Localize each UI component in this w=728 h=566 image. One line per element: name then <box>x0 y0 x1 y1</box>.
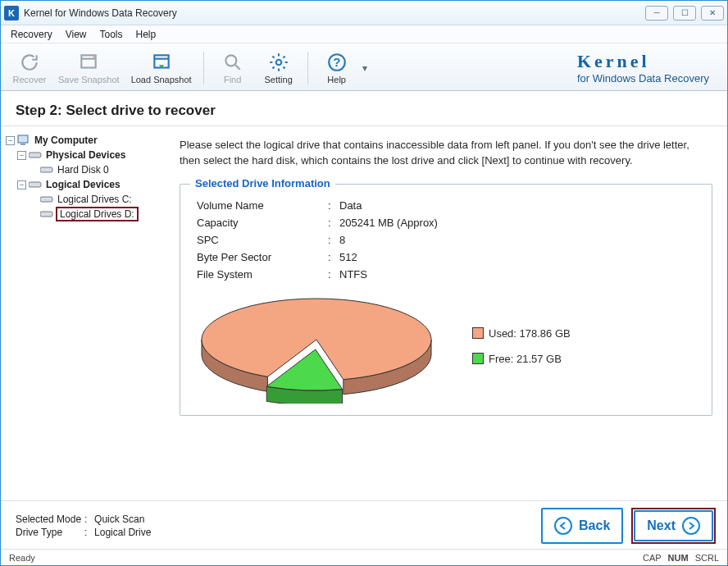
legend-free-label: Free: 21.57 GB <box>489 353 562 365</box>
selected-drive-label: Logical Drives D: <box>56 207 139 221</box>
status-cap: CAP <box>643 553 662 563</box>
toolbar-separator <box>203 52 204 84</box>
label-spc: SPC <box>197 234 328 246</box>
arrow-right-icon <box>682 517 700 535</box>
groupbox-legend: Selected Drive Information <box>190 177 335 189</box>
footer: Selected Mode:Quick Scan Drive Type:Logi… <box>1 500 727 549</box>
label-volume-name: Volume Name <box>197 199 328 212</box>
window-controls: ─ ☐ ✕ <box>645 6 724 21</box>
label-selected-mode: Selected Mode <box>16 514 81 525</box>
value-capacity: 205241 MB (Approx) <box>339 217 698 229</box>
close-button[interactable]: ✕ <box>701 6 724 21</box>
help-button[interactable]: ? Help <box>315 49 359 86</box>
arrow-left-icon <box>554 517 572 535</box>
drive-icon <box>40 209 53 219</box>
collapse-icon[interactable]: − <box>17 151 26 160</box>
svg-rect-10 <box>40 167 52 172</box>
brand: Kernel for Windows Data Recovery <box>577 51 721 84</box>
instructions-text: Please select the logical drive that con… <box>180 138 712 169</box>
svg-rect-7 <box>18 135 28 143</box>
app-icon: K <box>4 6 19 21</box>
next-button-highlight: Next <box>631 508 716 544</box>
save-snapshot-button: Save Snapshot <box>53 49 125 86</box>
label-bps: Byte Per Sector <box>197 251 328 263</box>
brand-sub: for Windows Data Recovery <box>577 72 709 84</box>
tree-physical-devices[interactable]: − Physical Devices <box>6 148 166 162</box>
svg-text:?: ? <box>333 55 340 69</box>
load-snapshot-button[interactable]: Load Snapshot <box>126 49 197 86</box>
swatch-used <box>472 327 484 339</box>
status-ready: Ready <box>9 553 35 563</box>
svg-rect-13 <box>40 212 52 217</box>
collapse-icon[interactable]: − <box>6 136 15 145</box>
menu-tools[interactable]: Tools <box>99 29 122 40</box>
recover-button: Recover <box>7 49 52 86</box>
tree-hard-disk-0[interactable]: Hard Disk 0 <box>6 162 166 177</box>
drive-icon <box>40 194 53 204</box>
label-capacity: Capacity <box>197 217 328 229</box>
step-title: Step 2: Select drive to recover <box>1 91 727 126</box>
svg-point-3 <box>225 55 236 66</box>
tree-logical-devices[interactable]: − Logical Devices <box>6 177 166 192</box>
setting-icon <box>267 51 290 74</box>
toolbar-overflow[interactable]: ▾ <box>361 62 369 74</box>
main-panel: Please select the logical drive that con… <box>171 126 727 500</box>
svg-rect-11 <box>29 182 41 187</box>
toolbar: Recover Save Snapshot Load Snapshot Find <box>1 43 727 91</box>
titlebar: K Kernel for Windows Data Recovery ─ ☐ ✕ <box>1 1 727 25</box>
status-scrl: SCRL <box>695 553 719 563</box>
help-icon: ? <box>325 51 348 74</box>
value-drive-type: Logical Drive <box>94 527 151 538</box>
legend-used-label: Used: 178.86 GB <box>489 327 571 340</box>
drive-info-table: Volume Name:Data Capacity:205241 MB (App… <box>197 199 698 281</box>
menu-view[interactable]: View <box>66 29 87 40</box>
recover-icon <box>18 51 41 74</box>
svg-rect-8 <box>20 144 25 145</box>
content: − My Computer − Physical Devices Hard Di… <box>1 126 727 500</box>
minimize-button[interactable]: ─ <box>645 6 668 21</box>
brand-name: Kernel <box>577 51 709 72</box>
next-button[interactable]: Next <box>634 510 713 541</box>
drive-icon <box>29 150 42 160</box>
value-spc: 8 <box>339 234 698 246</box>
tree-logical-drive-c[interactable]: Logical Drives C: <box>6 192 166 207</box>
svg-point-4 <box>275 60 281 66</box>
svg-rect-12 <box>40 197 52 202</box>
back-button[interactable]: Back <box>541 508 623 544</box>
mode-info: Selected Mode:Quick Scan Drive Type:Logi… <box>16 514 151 538</box>
value-volume-name: Data <box>339 199 698 212</box>
statusbar: Ready CAP NUM SCRL <box>1 549 727 565</box>
pie-chart-area: Used: 178.86 GB Free: 21.57 GB <box>193 289 698 404</box>
save-snapshot-icon <box>77 51 100 74</box>
svg-point-1 <box>93 56 95 57</box>
computer-icon <box>17 135 30 145</box>
drive-icon <box>40 165 53 175</box>
svg-rect-9 <box>29 153 41 157</box>
maximize-button[interactable]: ☐ <box>673 6 696 21</box>
menu-help[interactable]: Help <box>136 29 157 40</box>
device-tree: − My Computer − Physical Devices Hard Di… <box>1 126 171 500</box>
nav-buttons: Back Next <box>541 508 716 544</box>
load-snapshot-icon <box>150 51 173 74</box>
drive-icon <box>29 180 42 189</box>
status-num: NUM <box>668 553 689 563</box>
chart-legend: Used: 178.86 GB Free: 21.57 GB <box>472 327 571 365</box>
find-icon <box>221 51 244 74</box>
selected-drive-groupbox: Selected Drive Information Volume Name:D… <box>180 184 712 416</box>
collapse-icon[interactable]: − <box>17 180 26 189</box>
menu-recovery[interactable]: Recovery <box>11 29 52 40</box>
tree-logical-drive-d[interactable]: Logical Drives D: <box>6 207 166 221</box>
legend-free: Free: 21.57 GB <box>472 353 571 365</box>
label-drive-type: Drive Type <box>16 527 81 538</box>
value-selected-mode: Quick Scan <box>94 514 151 525</box>
toolbar-separator <box>307 52 308 84</box>
window-title: Kernel for Windows Data Recovery <box>24 7 177 19</box>
legend-used: Used: 178.86 GB <box>472 327 571 340</box>
usage-pie-chart <box>193 289 439 404</box>
tree-my-computer[interactable]: − My Computer <box>6 133 166 148</box>
label-fs: File System <box>197 268 328 281</box>
app-window: K Kernel for Windows Data Recovery ─ ☐ ✕… <box>0 0 728 566</box>
menubar: Recovery View Tools Help <box>1 25 727 43</box>
setting-button[interactable]: Setting <box>257 49 301 86</box>
find-button: Find <box>211 49 255 86</box>
